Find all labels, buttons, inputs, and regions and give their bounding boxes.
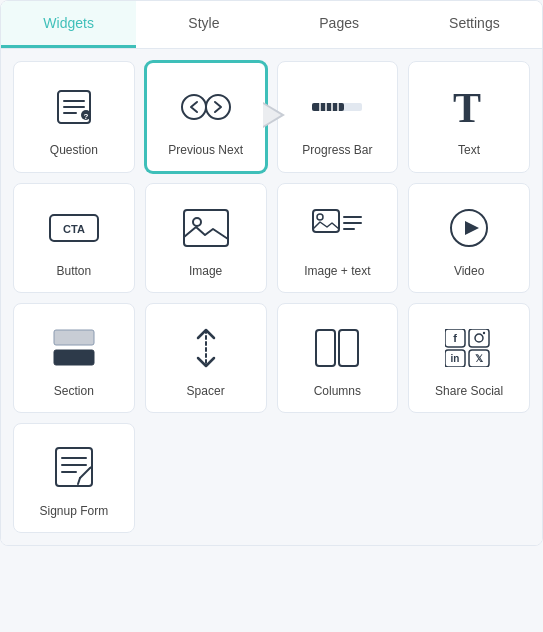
svg-point-36 [475, 334, 483, 342]
svg-line-47 [78, 478, 80, 484]
svg-rect-19 [184, 210, 228, 246]
image-text-icon [311, 202, 363, 254]
button-icon: CTA [48, 202, 100, 254]
tab-bar: Widgets Style Pages Settings [1, 1, 542, 49]
section-label: Section [54, 384, 94, 398]
svg-rect-28 [54, 330, 94, 345]
svg-rect-11 [312, 103, 344, 111]
columns-icon [311, 322, 363, 374]
video-label: Video [454, 264, 484, 278]
widget-question[interactable]: ? Question [13, 61, 135, 173]
spacer-label: Spacer [187, 384, 225, 398]
svg-point-6 [182, 95, 206, 119]
button-label: Button [57, 264, 92, 278]
tab-settings[interactable]: Settings [407, 1, 542, 48]
section-icon [48, 322, 100, 374]
svg-point-20 [193, 218, 201, 226]
image-text-label: Image + text [304, 264, 370, 278]
share-social-label: Share Social [435, 384, 503, 398]
widget-image-text[interactable]: Image + text [277, 183, 399, 293]
widget-previous-next[interactable]: Previous Next [145, 61, 267, 173]
svg-rect-32 [339, 330, 358, 366]
progress-bar-label: Progress Bar [302, 143, 372, 157]
svg-text:T: T [453, 86, 481, 128]
spacer-icon [180, 322, 232, 374]
svg-text:f: f [453, 332, 457, 344]
svg-marker-9 [263, 104, 281, 126]
text-icon: T [443, 81, 495, 133]
signup-form-label: Signup Form [40, 504, 109, 518]
question-label: Question [50, 143, 98, 157]
widget-spacer[interactable]: Spacer [145, 303, 267, 413]
svg-rect-21 [313, 210, 339, 232]
widget-section[interactable]: Section [13, 303, 135, 413]
question-icon: ? [48, 81, 100, 133]
text-label: Text [458, 143, 480, 157]
video-icon [443, 202, 495, 254]
svg-point-37 [483, 332, 485, 334]
widget-button[interactable]: CTA Button [13, 183, 135, 293]
svg-rect-42 [56, 448, 92, 486]
svg-line-46 [80, 468, 90, 478]
svg-rect-35 [469, 329, 489, 347]
image-icon [180, 202, 232, 254]
columns-label: Columns [314, 384, 361, 398]
prev-next-icon [180, 81, 232, 133]
image-label: Image [189, 264, 222, 278]
widget-share-social[interactable]: f in 𝕏 Share Social [408, 303, 530, 413]
prev-next-label: Previous Next [168, 143, 243, 157]
widget-progress-bar[interactable]: Progress Bar [277, 61, 399, 173]
widget-signup-form[interactable]: Signup Form [13, 423, 135, 533]
widgets-grid: ? Question Previous Next [1, 49, 542, 545]
svg-marker-27 [465, 221, 479, 235]
svg-rect-31 [316, 330, 335, 366]
share-social-icon: f in 𝕏 [443, 322, 495, 374]
svg-text:in: in [451, 353, 460, 364]
tab-widgets[interactable]: Widgets [1, 1, 136, 48]
progress-bar-icon [311, 81, 363, 133]
widget-video[interactable]: Video [408, 183, 530, 293]
widget-text[interactable]: T Text [408, 61, 530, 173]
svg-point-22 [317, 214, 323, 220]
widget-panel: Widgets Style Pages Settings ? Question [0, 0, 543, 546]
widget-columns[interactable]: Columns [277, 303, 399, 413]
tab-style[interactable]: Style [136, 1, 271, 48]
svg-text:𝕏: 𝕏 [475, 353, 484, 364]
svg-text:CTA: CTA [63, 223, 85, 235]
tab-pages[interactable]: Pages [272, 1, 407, 48]
widget-image[interactable]: Image [145, 183, 267, 293]
svg-point-7 [206, 95, 230, 119]
svg-rect-29 [54, 350, 94, 365]
svg-text:?: ? [83, 112, 88, 121]
signup-form-icon [48, 442, 100, 494]
